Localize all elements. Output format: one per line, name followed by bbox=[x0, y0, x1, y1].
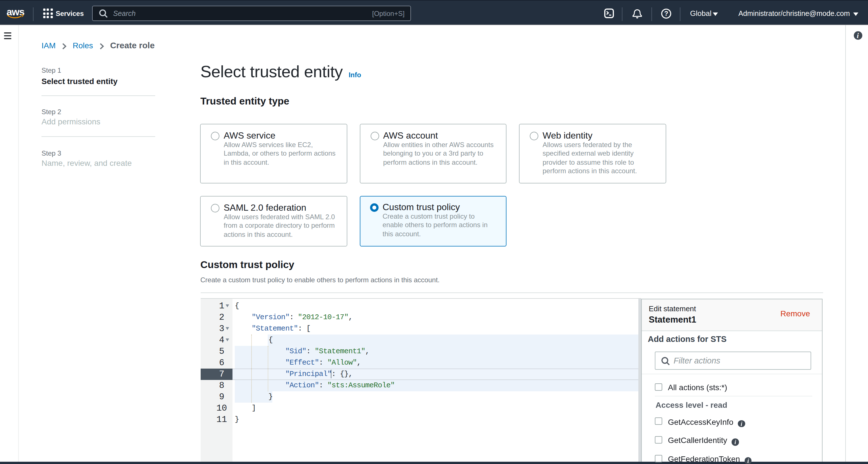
svg-text:?: ? bbox=[664, 10, 668, 18]
svg-text:aws: aws bbox=[6, 6, 25, 17]
